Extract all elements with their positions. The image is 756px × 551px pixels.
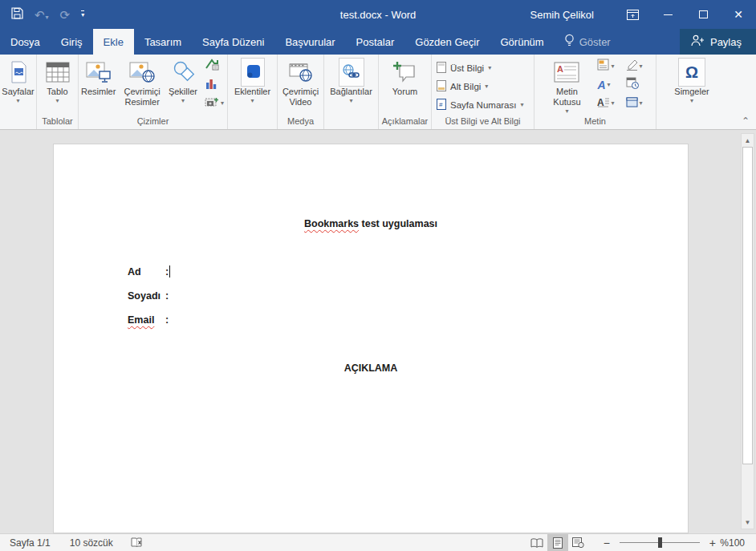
word-count[interactable]: 10 sözcük [60, 537, 123, 549]
document-page[interactable]: Bookmarks test uygulaması Ad: Soyadı: Em… [53, 144, 689, 533]
footer-dropdown-icon: ▾ [485, 83, 488, 90]
read-mode-button[interactable] [526, 534, 547, 551]
table-button[interactable]: Tablo ▾ [43, 56, 72, 104]
ribbon-tab-bar: Dosya Giriş Ekle Tasarım Sayfa Düzeni Ba… [0, 29, 756, 55]
pages-button[interactable]: Sayfalar ▾ [0, 56, 37, 104]
minimize-button[interactable] [650, 0, 685, 29]
collapse-ribbon-icon[interactable]: ⌃ [742, 116, 750, 126]
online-video-button[interactable]: Çevrimiçi Video [279, 56, 323, 107]
scroll-down-icon[interactable]: ▼ [742, 516, 754, 529]
status-bar: Sayfa 1/1 10 sözcük − + %100 [0, 533, 756, 551]
header-button[interactable]: Üst Bilgi ▾ [432, 59, 496, 77]
cizimler-small-column: ▾ [201, 56, 227, 113]
zoom-slider[interactable] [620, 542, 700, 543]
drop-cap-button[interactable]: A ▾ [595, 95, 616, 111]
page-number-button[interactable]: # Sayfa Numarası ▾ [432, 95, 528, 114]
vertical-scrollbar[interactable]: ▲ ▼ [741, 133, 754, 529]
footer-button[interactable]: Alt Bilgi ▾ [432, 77, 493, 95]
group-metin: A Metin Kutusu ▾ ▾ A ▾ A [534, 55, 656, 129]
tab-gozden-gecir[interactable]: Gözden Geçir [404, 29, 490, 55]
group-medya: Çevrimiçi Video Medya [278, 55, 324, 129]
addins-button[interactable]: Eklentiler ▾ [232, 56, 273, 104]
group-label-metin: Metin [534, 115, 656, 129]
svg-text:A: A [557, 64, 563, 74]
zoom-slider-thumb[interactable] [658, 537, 662, 548]
print-layout-icon [553, 537, 563, 549]
signature-line-icon [626, 59, 638, 74]
tab-basvurular[interactable]: Başvurular [274, 29, 345, 55]
text-box-label: Metin Kutusu [547, 87, 587, 107]
proofing-errors-icon[interactable] [131, 537, 144, 549]
share-button[interactable]: Paylaş [680, 29, 756, 55]
group-cizimler: Resimler Çevrimiçi Resimler Şekiller ▾ [79, 55, 228, 129]
online-video-icon [289, 58, 313, 87]
zoom-out-button[interactable]: − [600, 537, 613, 549]
wordart-icon: A [597, 79, 605, 91]
web-layout-button[interactable] [568, 534, 589, 551]
shapes-icon [171, 58, 195, 87]
page-indicator[interactable]: Sayfa 1/1 [0, 537, 60, 549]
addins-dropdown-icon: ▾ [250, 97, 254, 104]
symbols-button[interactable]: Ω Simgeler ▾ [672, 56, 711, 104]
smartart-button[interactable] [203, 58, 226, 75]
signature-line-button[interactable]: ▾ [624, 58, 644, 75]
tell-me-box[interactable]: Göster [555, 29, 620, 55]
tab-sayfa-duzeni[interactable]: Sayfa Düzeni [192, 29, 274, 55]
signed-in-user[interactable]: Semih Çelikol [530, 9, 594, 21]
table-label: Tablo [47, 87, 67, 97]
scroll-up-icon[interactable]: ▲ [742, 134, 754, 147]
links-dropdown-icon: ▾ [349, 97, 352, 104]
date-time-icon [626, 77, 639, 92]
tab-tasarim[interactable]: Tasarım [134, 29, 192, 55]
field-row-email: Email: [128, 314, 169, 326]
redo-icon[interactable]: ⟳ [60, 9, 71, 21]
close-button[interactable]: ✕ [721, 0, 756, 29]
object-dropdown-icon: ▾ [640, 99, 643, 107]
header-dropdown-icon: ▾ [488, 64, 491, 71]
symbols-dropdown-icon: ▾ [690, 97, 693, 104]
text-cursor [169, 265, 170, 278]
group-label-baglantilar [324, 115, 378, 129]
svg-text:A: A [597, 97, 604, 107]
undo-button[interactable]: ↶▾ [35, 9, 49, 21]
group-sayfalar: Sayfalar ▾ [0, 55, 37, 129]
undo-dropdown-icon: ▾ [46, 14, 49, 21]
tab-giris[interactable]: Giriş [51, 29, 93, 55]
date-time-button[interactable] [624, 76, 644, 93]
text-box-button[interactable]: A Metin Kutusu ▾ [544, 56, 589, 115]
scrollbar-thumb[interactable] [742, 147, 753, 464]
online-video-label: Çevrimiçi Video [282, 87, 320, 107]
screenshot-button[interactable]: ▾ [203, 95, 226, 111]
title-bar-right: Semih Çelikol ✕ [530, 0, 756, 29]
customize-qat-icon[interactable]: ▾ [81, 10, 84, 18]
text-box-dropdown-icon: ▾ [565, 107, 568, 115]
pages-icon [9, 58, 28, 87]
comment-label: Yorum [392, 87, 417, 97]
field-colon-soyadi: : [165, 290, 169, 302]
quick-parts-button[interactable]: ▾ [595, 58, 616, 75]
comment-button[interactable]: Yorum [390, 56, 420, 97]
tab-gorunum[interactable]: Görünüm [490, 29, 554, 55]
comment-icon [392, 58, 417, 87]
chart-button[interactable] [203, 76, 226, 93]
links-button[interactable]: Bağlantılar ▾ [327, 56, 375, 104]
group-simgeler: Ω Simgeler ▾ [656, 55, 727, 129]
wordart-button[interactable]: A ▾ [595, 76, 616, 93]
shapes-button[interactable]: Şekiller ▾ [166, 56, 200, 104]
group-baglantilar: Bağlantılar ▾ [324, 55, 379, 129]
print-layout-button[interactable] [547, 534, 568, 551]
save-icon[interactable] [11, 7, 23, 22]
pictures-button[interactable]: Resimler [79, 56, 118, 97]
ribbon-display-options-icon[interactable] [615, 0, 650, 29]
tab-ekle[interactable]: Ekle [93, 29, 134, 55]
zoom-percentage[interactable]: %100 [719, 537, 756, 549]
tab-dosya[interactable]: Dosya [0, 29, 51, 55]
page-number-icon: # [437, 99, 446, 111]
tab-postalar[interactable]: Postalar [346, 29, 405, 55]
object-button[interactable]: ▾ [624, 95, 644, 111]
zoom-in-button[interactable]: + [706, 537, 719, 549]
signature-line-dropdown-icon: ▾ [640, 63, 643, 70]
lightbulb-icon [564, 34, 575, 51]
online-pictures-button[interactable]: Çevrimiçi Resimler [120, 56, 165, 107]
maximize-button[interactable] [685, 0, 721, 29]
